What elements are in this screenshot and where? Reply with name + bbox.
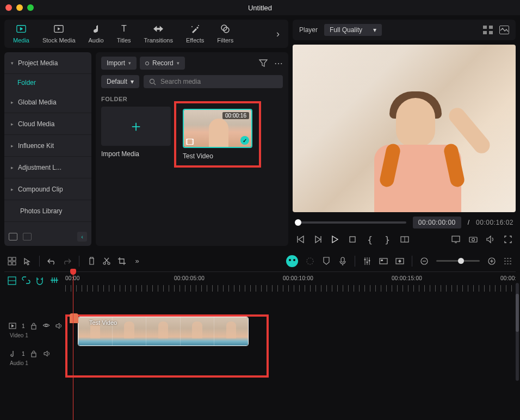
voiceover-icon[interactable] [338, 257, 347, 265]
camera-icon[interactable] [469, 235, 478, 244]
crop-button[interactable] [117, 257, 126, 265]
preview-viewport[interactable] [293, 45, 516, 212]
step-back-button[interactable] [313, 235, 322, 244]
zoom-in-button[interactable] [487, 257, 496, 265]
media-clip-item[interactable]: 00:00:16 ✓ Test Video [174, 101, 261, 168]
chevron-down-icon: ▾ [177, 60, 179, 66]
keyframe-icon[interactable] [395, 257, 404, 265]
volume-icon[interactable] [486, 235, 495, 244]
transitions-icon [153, 24, 163, 34]
timeline-ruler-row: 00:00 00:00:05:00 00:00:10:00 00:00:15:0… [4, 272, 516, 294]
ai-assistant-icon[interactable] [286, 255, 298, 267]
audio-track: 1 Audio 1 [4, 346, 516, 370]
new-bin-icon[interactable] [9, 233, 17, 240]
filters-icon [220, 24, 230, 34]
magnet-icon[interactable] [36, 276, 45, 285]
svg-point-6 [198, 25, 199, 26]
svg-line-11 [154, 83, 156, 85]
sidebar-item-influence-kit[interactable]: ▸Influence Kit [4, 135, 91, 157]
display-settings-icon[interactable] [451, 235, 460, 244]
play-button[interactable] [331, 235, 339, 244]
timeline-clip[interactable]: Test Video [78, 317, 249, 346]
time-ruler[interactable]: 00:00 00:00:05:00 00:00:10:00 00:00:15:0… [65, 275, 516, 294]
minimize-window[interactable] [16, 4, 23, 11]
mark-in-button[interactable]: { [366, 235, 374, 244]
audio-track-header[interactable]: 1 Audio 1 [4, 348, 64, 368]
tab-transitions[interactable]: Transitions [139, 24, 178, 44]
redo-button[interactable] [63, 257, 71, 265]
snapshot-icon[interactable] [499, 26, 509, 34]
stop-button[interactable] [348, 235, 357, 244]
zoom-out-button[interactable] [420, 257, 429, 265]
render-icon[interactable] [379, 257, 388, 265]
video-track-header[interactable]: 1 Video 1 [4, 320, 64, 341]
aspect-dropdown[interactable] [400, 235, 409, 244]
mark-out-button[interactable]: } [383, 235, 392, 244]
svg-rect-25 [13, 257, 16, 261]
sidebar-item-compound-clip[interactable]: ▸Compound Clip [4, 178, 91, 200]
tab-audio[interactable]: Audio [83, 24, 109, 44]
scrub-knob[interactable] [295, 219, 301, 226]
tab-titles[interactable]: T Titles [112, 24, 137, 44]
more-tools-icon[interactable]: » [133, 257, 141, 265]
sort-dropdown[interactable]: Default▾ [101, 75, 139, 88]
undo-button[interactable] [47, 257, 56, 265]
link-icon[interactable] [22, 276, 30, 285]
visibility-icon[interactable] [42, 323, 50, 330]
record-button[interactable]: Record▾ [140, 57, 185, 70]
delete-button[interactable] [87, 257, 96, 265]
tab-filters[interactable]: Filters [212, 24, 239, 44]
zoom-knob[interactable] [458, 258, 464, 264]
prev-frame-button[interactable] [296, 235, 305, 244]
sidebar-item-adjustment-layer[interactable]: ▸Adjustment L... [4, 157, 91, 178]
view-options-icon[interactable] [504, 257, 512, 265]
audio-mixer-icon[interactable] [363, 257, 372, 265]
zoom-slider[interactable] [436, 260, 480, 262]
mute-icon[interactable] [55, 323, 63, 330]
more-icon[interactable]: ⋯ [274, 58, 283, 69]
marker-icon[interactable] [322, 257, 331, 265]
titlebar: Untitled [0, 0, 520, 15]
compare-view-icon[interactable] [483, 26, 493, 34]
collapse-sidebar[interactable]: ‹ [77, 232, 87, 242]
video-track-body[interactable]: Test Video [64, 314, 516, 346]
import-media-tile[interactable]: ＋ Import Media [101, 107, 171, 162]
mute-icon[interactable] [44, 350, 51, 358]
lock-icon[interactable] [30, 350, 38, 358]
lock-icon[interactable] [30, 323, 37, 330]
current-time[interactable]: 00:00:00:00 [413, 217, 461, 228]
quality-dropdown[interactable]: Full Quality▾ [324, 24, 382, 36]
chevron-down-icon: ▾ [373, 26, 376, 34]
tab-effects[interactable]: Effects [181, 24, 209, 44]
new-bin-alt-icon[interactable] [23, 233, 32, 240]
video-track-icon [9, 323, 16, 330]
scrub-bar[interactable] [295, 221, 406, 224]
preview-frame [293, 45, 516, 212]
tab-media[interactable]: Media [8, 24, 35, 44]
import-button[interactable]: Import▾ [101, 57, 137, 70]
tab-stock-media[interactable]: Stock Media [37, 24, 81, 44]
track-manager-icon[interactable] [8, 276, 16, 285]
playhead-grip[interactable] [70, 313, 78, 323]
sidebar-item-project-media[interactable]: ▾Project Media [4, 52, 91, 74]
cut-button[interactable] [102, 257, 111, 265]
playhead[interactable] [73, 272, 73, 420]
scrollbar[interactable] [516, 283, 519, 381]
color-wheel-icon[interactable] [306, 257, 314, 265]
scrollbar-thumb[interactable] [516, 294, 519, 332]
search-input[interactable] [160, 78, 277, 85]
audio-track-body[interactable] [64, 346, 516, 370]
sidebar-item-global-media[interactable]: ▸Global Media [4, 91, 91, 113]
sidebar-item-cloud-media[interactable]: ▸Cloud Media [4, 113, 91, 135]
fullscreen-icon[interactable] [504, 235, 512, 244]
close-window[interactable] [5, 4, 12, 11]
pointer-tool-icon[interactable] [23, 257, 32, 265]
sidebar-item-folder[interactable]: Folder [4, 74, 91, 91]
maximize-window[interactable] [27, 4, 34, 11]
sidebar-item-photos-library[interactable]: Photos Library [4, 200, 91, 222]
filter-icon[interactable] [259, 59, 268, 67]
auto-ripple-icon[interactable] [50, 276, 59, 285]
layout-icon[interactable] [8, 257, 16, 265]
tabs-more[interactable]: › [271, 28, 285, 40]
search-box[interactable] [144, 75, 283, 88]
